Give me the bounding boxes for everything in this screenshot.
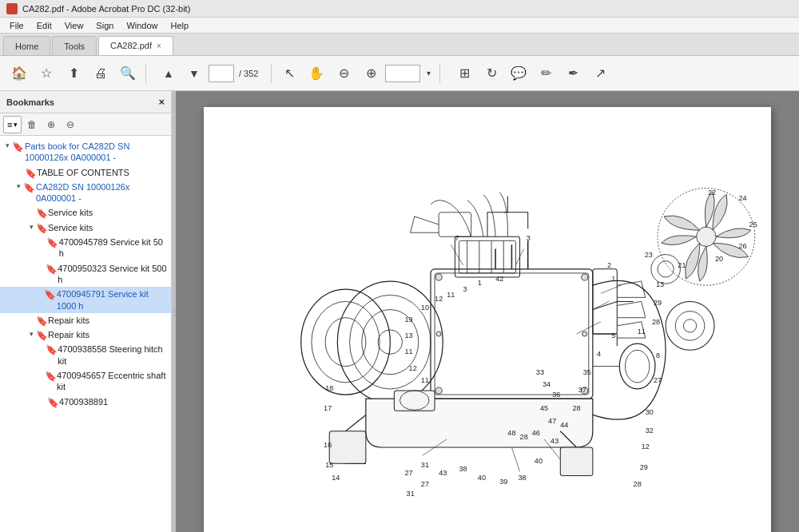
bookmark-toc[interactable]: 🔖 TABLE OF CONTENTS bbox=[0, 165, 171, 180]
fit-page-button[interactable]: ⊞ bbox=[451, 61, 477, 86]
svg-text:3: 3 bbox=[527, 234, 531, 242]
bookmark-button[interactable]: ☆ bbox=[34, 61, 59, 86]
bookmark-repairkits1[interactable]: 🔖 Repair kits bbox=[0, 313, 171, 328]
right-tools: ⊞ ↻ 💬 ✏ ✒ ↗ bbox=[451, 61, 613, 86]
bookmark-ca282d[interactable]: ▾ 🔖 CA282D SN 10000126x 0A000001 - bbox=[0, 180, 171, 206]
zoom-dropdown-button[interactable]: ▾ bbox=[422, 61, 435, 86]
svg-text:27: 27 bbox=[421, 480, 429, 488]
separator2 bbox=[271, 64, 272, 83]
tab-tools-label: Tools bbox=[64, 42, 85, 51]
svg-text:38: 38 bbox=[519, 474, 527, 482]
highlight-button[interactable]: ✒ bbox=[560, 61, 586, 86]
svg-text:39: 39 bbox=[499, 478, 507, 486]
bookmark-eccentric[interactable]: 🔖 4700945657 Eccentric shaft kit bbox=[0, 368, 171, 395]
bookmark-options-button[interactable]: ≡ ▾ bbox=[3, 116, 22, 133]
svg-text:28: 28 bbox=[634, 480, 642, 488]
bookmark-icon-rk2: 🔖 bbox=[37, 328, 46, 341]
bookmark-ca282d-label: CA282D SN 10000126x 0A000001 - bbox=[34, 181, 171, 205]
delete-bookmark-button[interactable]: 🗑 bbox=[23, 116, 41, 133]
collapse-bookmark-button[interactable]: ⊖ bbox=[62, 116, 79, 133]
bookmark-sk500[interactable]: 🔖 4700950323 Service kit 500 h bbox=[0, 261, 171, 288]
tab-pdf-label: CA282.pdf bbox=[110, 41, 152, 50]
tab-home-label: Home bbox=[15, 42, 38, 51]
bookmark-servicekits1[interactable]: 🔖 Service kits bbox=[0, 205, 171, 220]
svg-point-33 bbox=[582, 274, 588, 280]
tab-close-button[interactable]: × bbox=[157, 42, 161, 50]
bookmark-sk50[interactable]: 🔖 4700945789 Service kit 50 h bbox=[0, 235, 171, 261]
svg-point-37 bbox=[582, 332, 587, 336]
bookmark-4700938891[interactable]: 🔖 4700938891 bbox=[0, 395, 171, 409]
bookmark-sk1000[interactable]: 🔖 4700945791 Service kit 1000 h bbox=[0, 287, 171, 313]
bookmark-eccentric-label: 4700945657 Eccentric shaft kit bbox=[55, 369, 171, 394]
bookmark-steering[interactable]: 🔖 4700938558 Steering hitch kit bbox=[0, 342, 171, 368]
svg-text:40: 40 bbox=[478, 474, 486, 482]
hand-tool-button[interactable]: ✋ bbox=[304, 61, 329, 86]
upload-button[interactable]: ⬆ bbox=[61, 61, 86, 86]
svg-text:14: 14 bbox=[332, 474, 340, 482]
svg-text:28: 28 bbox=[520, 433, 528, 441]
menu-sign[interactable]: Sign bbox=[89, 19, 120, 32]
svg-rect-27 bbox=[329, 431, 366, 464]
tab-tools[interactable]: Tools bbox=[52, 36, 97, 55]
bookmark-servicekits2[interactable]: ▾ 🔖 Service kits bbox=[0, 220, 171, 235]
svg-text:20: 20 bbox=[715, 255, 723, 263]
bookmark-repairkits2-label: Repair kits bbox=[46, 328, 91, 341]
zoom-level-input[interactable]: 75% bbox=[385, 65, 420, 82]
svg-text:11: 11 bbox=[421, 376, 429, 384]
svg-text:17: 17 bbox=[324, 404, 332, 412]
svg-text:23: 23 bbox=[645, 251, 653, 259]
draw-button[interactable]: ✏ bbox=[533, 61, 559, 86]
menu-window[interactable]: Window bbox=[120, 19, 164, 32]
bookmark-parts-book-label: Parts book for CA282D SN 10000126x 0A000… bbox=[23, 140, 171, 165]
svg-text:31: 31 bbox=[407, 490, 415, 498]
nav-controls: ▲ ▼ 70 / 352 bbox=[157, 62, 260, 85]
svg-text:12: 12 bbox=[435, 295, 443, 303]
bookmark-icon-sk1000: 🔖 bbox=[46, 288, 55, 300]
svg-rect-30 bbox=[394, 391, 435, 411]
tab-pdf[interactable]: CA282.pdf × bbox=[98, 36, 173, 55]
tab-home[interactable]: Home bbox=[3, 36, 50, 55]
bookmark-icon-sk500: 🔖 bbox=[46, 262, 56, 275]
zoom-controls: 75% ▾ bbox=[385, 61, 435, 86]
main-area: Bookmarks × ≡ ▾ 🗑 ⊕ ⊖ ▾ 🔖 Parts book for… bbox=[0, 91, 799, 532]
svg-point-36 bbox=[436, 332, 441, 336]
share-button[interactable]: ↗ bbox=[587, 61, 613, 86]
zoom-in-button[interactable]: ⊕ bbox=[358, 61, 384, 86]
svg-text:24: 24 bbox=[738, 194, 746, 202]
svg-text:13: 13 bbox=[656, 280, 664, 288]
page-down-button[interactable]: ▼ bbox=[183, 62, 205, 85]
svg-text:33: 33 bbox=[536, 368, 544, 376]
bookmark-parts-book[interactable]: ▾ 🔖 Parts book for CA282D SN 10000126x 0… bbox=[0, 139, 171, 165]
sidebar-close-button[interactable]: × bbox=[158, 96, 165, 108]
bookmark-repairkits2[interactable]: ▾ 🔖 Repair kits bbox=[0, 328, 171, 342]
svg-rect-28 bbox=[560, 447, 593, 475]
expand-bookmark-button[interactable]: ⊕ bbox=[42, 116, 60, 133]
page-number-input[interactable]: 70 bbox=[209, 65, 234, 82]
zoom-out-button[interactable]: ⊖ bbox=[331, 61, 356, 86]
bookmark-4700938891-label: 4700938891 bbox=[58, 395, 109, 408]
svg-text:5: 5 bbox=[611, 332, 615, 339]
bookmark-icon-sk2: 🔖 bbox=[37, 221, 46, 234]
svg-text:11: 11 bbox=[405, 347, 413, 355]
svg-text:19: 19 bbox=[405, 316, 413, 324]
rotate-button[interactable]: ↻ bbox=[479, 61, 504, 86]
menu-view[interactable]: View bbox=[58, 19, 90, 32]
menu-file[interactable]: File bbox=[3, 19, 30, 32]
bookmark-sk500-label: 4700950323 Service kit 500 h bbox=[56, 262, 171, 287]
home-button[interactable]: 🏠 bbox=[6, 61, 32, 86]
bookmark-toc-label: TABLE OF CONTENTS bbox=[35, 166, 131, 179]
menu-edit[interactable]: Edit bbox=[30, 19, 58, 32]
svg-text:21: 21 bbox=[678, 261, 686, 269]
pdf-viewer[interactable]: 22 24 25 26 20 21 23 2 7 3 1 13 29 28 11… bbox=[176, 91, 799, 532]
page-up-button[interactable]: ▲ bbox=[157, 62, 180, 85]
pointer-tool-button[interactable]: ↖ bbox=[276, 61, 302, 86]
svg-point-32 bbox=[435, 274, 442, 280]
search-button[interactable]: 🔍 bbox=[115, 61, 141, 86]
menu-help[interactable]: Help bbox=[165, 19, 196, 32]
print-button[interactable]: 🖨 bbox=[88, 61, 113, 86]
bookmark-icon-sk50: 🔖 bbox=[48, 236, 58, 248]
svg-text:2: 2 bbox=[607, 261, 611, 269]
bookmark-icon-toc: 🔖 bbox=[26, 166, 35, 179]
comment-button[interactable]: 💬 bbox=[506, 61, 531, 86]
svg-text:22: 22 bbox=[708, 189, 716, 197]
